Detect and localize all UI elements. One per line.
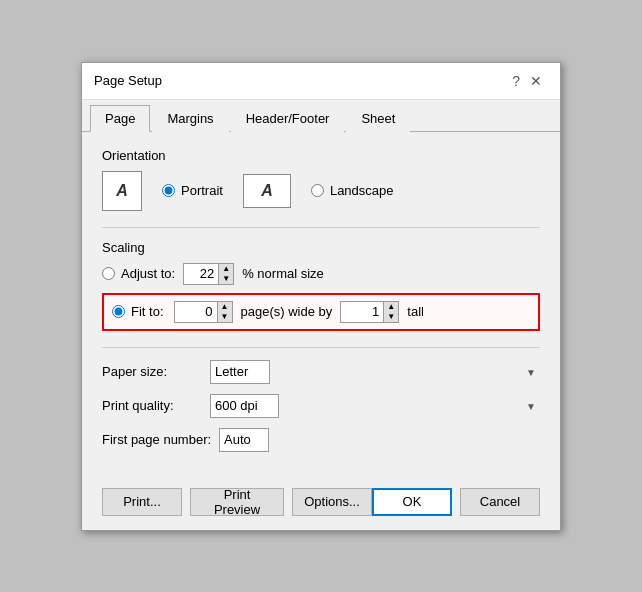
print-preview-button[interactable]: Print Preview [190, 488, 284, 516]
fit-pages-spinner: ▲ ▼ [174, 301, 233, 323]
print-quality-row: Print quality: 600 dpi 300 dpi 150 dpi ▼ [102, 394, 540, 418]
orientation-label: Orientation [102, 148, 540, 163]
adjust-down-btn[interactable]: ▼ [219, 274, 233, 284]
action-buttons: Print... Print Preview Options... [102, 488, 372, 516]
fit-to-option[interactable]: Fit to: [112, 304, 164, 319]
fit-pages-down-btn[interactable]: ▼ [218, 312, 232, 322]
titlebar-controls: ? ✕ [512, 71, 548, 91]
tab-margins[interactable]: Margins [152, 105, 228, 132]
fit-to-radio[interactable] [112, 305, 125, 318]
page-setup-dialog: Page Setup ? ✕ Page Margins Header/Foote… [81, 62, 561, 531]
first-page-label: First page number: [102, 432, 211, 447]
paper-size-select[interactable]: Letter A4 Legal [210, 360, 270, 384]
landscape-option[interactable]: Landscape [311, 183, 394, 198]
ok-button[interactable]: OK [372, 488, 452, 516]
orientation-section: Orientation A Portrait A Landscape [102, 148, 540, 211]
close-button[interactable]: ✕ [524, 71, 548, 91]
adjust-up-btn[interactable]: ▲ [219, 264, 233, 274]
tab-headerfooter[interactable]: Header/Footer [231, 105, 345, 132]
paper-size-wrap: Letter A4 Legal ▼ [210, 360, 540, 384]
print-quality-wrap: 600 dpi 300 dpi 150 dpi ▼ [210, 394, 540, 418]
tab-page[interactable]: Page [90, 105, 150, 132]
fit-tall-input[interactable] [340, 301, 384, 323]
tab-content: Orientation A Portrait A Landscape [82, 132, 560, 478]
tall-label: tall [407, 304, 424, 319]
paper-size-row: Paper size: Letter A4 Legal ▼ [102, 360, 540, 384]
ok-cancel-buttons: OK Cancel [372, 488, 540, 516]
first-page-input[interactable] [219, 428, 269, 452]
fit-tall-spinner: ▲ ▼ [340, 301, 399, 323]
landscape-radio[interactable] [311, 184, 324, 197]
portrait-label: Portrait [181, 183, 223, 198]
fit-tall-up-btn[interactable]: ▲ [384, 302, 398, 312]
adjust-to-row: Adjust to: ▲ ▼ % normal size [102, 263, 540, 285]
print-button[interactable]: Print... [102, 488, 182, 516]
print-quality-label: Print quality: [102, 398, 202, 413]
fit-to-row: Fit to: ▲ ▼ page(s) wide by ▲ ▼ [102, 293, 540, 331]
normal-size-label: % normal size [242, 266, 324, 281]
adjust-input[interactable] [183, 263, 219, 285]
first-page-row: First page number: [102, 428, 540, 452]
adjust-to-radio[interactable] [102, 267, 115, 280]
tab-sheet[interactable]: Sheet [346, 105, 410, 132]
titlebar: Page Setup ? ✕ [82, 63, 560, 100]
adjust-to-label: Adjust to: [121, 266, 175, 281]
tab-bar: Page Margins Header/Footer Sheet [82, 100, 560, 132]
paper-size-arrow-icon: ▼ [526, 366, 536, 377]
landscape-icon: A [243, 174, 291, 208]
portrait-icon: A [102, 171, 142, 211]
fit-to-label: Fit to: [131, 304, 164, 319]
fit-pages-input[interactable] [174, 301, 218, 323]
bottom-buttons: Print... Print Preview Options... OK Can… [82, 478, 560, 530]
cancel-button[interactable]: Cancel [460, 488, 540, 516]
print-quality-select[interactable]: 600 dpi 300 dpi 150 dpi [210, 394, 279, 418]
divider-1 [102, 227, 540, 228]
orientation-row: A Portrait A Landscape [102, 171, 540, 211]
adjust-spinner-btns: ▲ ▼ [219, 263, 234, 285]
fit-pages-spinner-btns: ▲ ▼ [218, 301, 233, 323]
pages-wide-label: page(s) wide by [241, 304, 333, 319]
options-button[interactable]: Options... [292, 488, 372, 516]
adjust-to-option[interactable]: Adjust to: [102, 266, 175, 281]
fit-tall-spinner-btns: ▲ ▼ [384, 301, 399, 323]
portrait-option[interactable]: Portrait [162, 183, 223, 198]
paper-size-label: Paper size: [102, 364, 202, 379]
fit-tall-down-btn[interactable]: ▼ [384, 312, 398, 322]
divider-2 [102, 347, 540, 348]
scaling-label: Scaling [102, 240, 540, 255]
fit-pages-up-btn[interactable]: ▲ [218, 302, 232, 312]
dialog-title: Page Setup [94, 73, 162, 88]
help-button[interactable]: ? [512, 73, 520, 89]
adjust-spinner: ▲ ▼ [183, 263, 234, 285]
portrait-radio[interactable] [162, 184, 175, 197]
print-quality-arrow-icon: ▼ [526, 400, 536, 411]
scaling-section: Scaling Adjust to: ▲ ▼ % normal size [102, 240, 540, 331]
landscape-label: Landscape [330, 183, 394, 198]
